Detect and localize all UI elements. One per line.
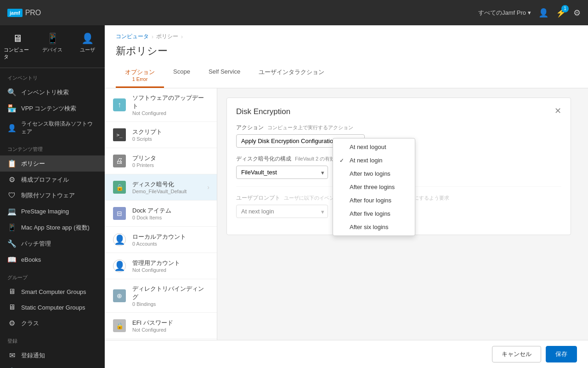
sidebar-item-inventory-search[interactable]: 🔍 インベントリ検索 [0, 84, 105, 100]
sidebar-item-mac-app-store[interactable]: 📱 Mac App Store app (複数) [0, 219, 105, 236]
enrollment-invite-label: 登録通知 [21, 351, 45, 360]
sidebar-item-restricted-software[interactable]: 🛡 制限付ソフトウェア [0, 188, 105, 203]
prompt-dropdown[interactable]: At next logout ✓ At next login After two… [333, 138, 415, 236]
action-label-main: アクション [236, 124, 264, 132]
policy-sidebar-item-software-update[interactable]: ↑ ソフトウェアのアップデート Not Configured [105, 88, 217, 122]
tab-self-service[interactable]: Self Service [199, 63, 249, 88]
user-icon[interactable]: 👤 [538, 8, 548, 18]
scripts-sub: 0 Scripts [132, 136, 209, 142]
chevron-down-icon: ▾ [528, 9, 531, 16]
prompt-option-after-six[interactable]: After six logins [333, 220, 415, 234]
close-panel-button[interactable]: ✕ [551, 104, 564, 117]
sidebar-item-vpp[interactable]: 🏪 VPP コンテンツ検索 [0, 100, 105, 116]
prompt-select[interactable]: At next login [236, 205, 328, 218]
admin-accounts-icon: 👤 [112, 259, 127, 273]
printers-text: プリンタ 0 Printers [132, 154, 209, 168]
dock-title: Dock アイテム [132, 207, 209, 215]
prompt-option-logout-label: At next logout [350, 144, 386, 150]
tab-options[interactable]: オプション 1 Error [116, 63, 164, 88]
admin-accounts-text: 管理用アカウント Not Configured [132, 259, 209, 273]
sidebar: 🖥 コンピュータ 📱 デバイス 👤 ユーザ インベントリ 🔍 インベントリ検索 … [0, 25, 105, 368]
disk-encryption-text: ディスク暗号化 Demo_FileVault_Default [132, 180, 202, 194]
sidebar-item-config-profile[interactable]: ⚙ 構成プロファイル [0, 172, 105, 188]
disk-encryption-title: ディスク暗号化 [132, 180, 202, 189]
scripts-text: スクリプト 0 Scripts [132, 128, 209, 142]
env-selector[interactable]: すべてのJamf Pro ▾ [478, 9, 531, 17]
patch-label: パッチ管理 [21, 240, 51, 248]
policy-sidebar-item-dock[interactable]: ⊟ Dock アイテム 0 Dock Items [105, 201, 217, 227]
sidebar-top-item-device[interactable]: 📱 デバイス [35, 29, 70, 64]
prestage-icon: 💻 [7, 207, 17, 216]
policy-sidebar-item-scripts[interactable]: >_ スクリプト 0 Scripts [105, 122, 217, 148]
sidebar-item-smart-groups[interactable]: 🖥 Smart Computer Groups [0, 284, 105, 299]
policy-sidebar-item-local-accounts[interactable]: 👤 ローカルアカウント 0 Accounts [105, 227, 217, 253]
prompt-option-at-next-logout[interactable]: At next logout [333, 140, 415, 154]
policy-sidebar-item-dir-binding[interactable]: ⊕ ディレクトリバインディング 0 Bindings [105, 279, 217, 313]
sidebar-item-patch[interactable]: 🔧 パッチ管理 [0, 236, 105, 252]
smart-groups-label: Smart Computer Groups [21, 288, 86, 295]
sidebar-item-prestage-enrollments[interactable]: 📋 PreStage Enrollments [0, 363, 105, 368]
prompt-option-after-three[interactable]: After three logins [333, 180, 415, 194]
breadcrumb-computer[interactable]: コンピュータ [116, 33, 149, 40]
tab-user-interaction[interactable]: ユーザインタラクション [249, 63, 334, 88]
policy-main: Disk Encryption ✕ アクション コンピュータ上で実行するアクショ… [217, 88, 588, 340]
restricted-icon: 🛡 [7, 191, 17, 200]
sidebar-top-label-computer: コンピュータ [4, 46, 31, 60]
sidebar-item-ebooks[interactable]: 📖 eBooks [0, 252, 105, 268]
efi-text: EFI パスワード Not Configured [132, 319, 209, 333]
static-groups-icon: 🖥 [7, 303, 17, 311]
top-nav: jamf PRO すべてのJamf Pro ▾ 👤 ⚡ 1 ⚙ [0, 0, 588, 25]
prompt-option-two-label: After two logins [350, 170, 390, 177]
page-header: コンピュータ › ポリシー › 新ポリシー オプション 1 Error Scop… [105, 25, 588, 88]
vpp-icon: 🏪 [7, 104, 17, 113]
prompt-option-four-label: After four logins [350, 197, 391, 204]
software-update-title: ソフトウェアのアップデート [132, 94, 209, 110]
sidebar-item-license[interactable]: 👤 ライセンス取得済みソフトウェア [0, 116, 105, 139]
smart-groups-icon: 🖥 [7, 288, 17, 296]
mac-app-label: Mac App Store app (複数) [21, 224, 90, 232]
notifications-icon[interactable]: ⚡ 1 [556, 8, 566, 18]
top-nav-right: すべてのJamf Pro ▾ 👤 ⚡ 1 ⚙ [478, 8, 581, 18]
sidebar-item-prestage[interactable]: 💻 PreStage Imaging [0, 203, 105, 219]
cancel-button[interactable]: キャンセル [492, 346, 541, 362]
main-layout: 🖥 コンピュータ 📱 デバイス 👤 ユーザ インベントリ 🔍 インベントリ検索 … [0, 25, 588, 368]
sidebar-item-policy[interactable]: 📋 ポリシー [0, 155, 105, 172]
policy-sidebar-item-disk-encryption[interactable]: 🔒 ディスク暗号化 Demo_FileVault_Default › [105, 174, 217, 201]
restricted-label: 制限付ソフトウェア [21, 191, 75, 200]
sidebar-item-enrollment-invite[interactable]: ✉ 登録通知 [0, 347, 105, 363]
policy-sidebar-item-admin-accounts[interactable]: 👤 管理用アカウント Not Configured [105, 253, 217, 279]
save-button[interactable]: 保存 [546, 346, 577, 362]
sidebar-top-item-computer[interactable]: 🖥 コンピュータ [0, 29, 35, 64]
static-groups-label: Static Computer Groups [21, 304, 85, 311]
tab-scope[interactable]: Scope [164, 63, 199, 88]
sidebar-top-label-device: デバイス [42, 46, 62, 53]
sidebar-item-class[interactable]: ⚙ クラス [0, 315, 105, 331]
disk-encryption-icon: 🔒 [112, 180, 127, 195]
config-select[interactable]: FileVault_test [236, 166, 328, 179]
settings-icon[interactable]: ⚙ [573, 8, 581, 18]
vpp-label: VPP コンテンツ検索 [21, 104, 76, 113]
printers-title: プリンタ [132, 154, 209, 162]
prompt-option-after-two[interactable]: After two logins [333, 167, 415, 180]
dock-sub: 0 Dock Items [132, 215, 209, 220]
policy-sidebar-item-printers[interactable]: 🖨 プリンタ 0 Printers [105, 148, 217, 174]
prompt-option-after-five[interactable]: After five logins [333, 207, 415, 220]
policy-sidebar-item-efi[interactable]: 🔒 EFI パスワード Not Configured [105, 313, 217, 339]
prompt-option-at-next-login[interactable]: ✓ At next login [333, 154, 415, 167]
tab-options-label: オプション [125, 69, 155, 75]
config-field-row: ディスク暗号化の構成 FileVault 2 の有効化に使用するディスク暗号化構… [236, 155, 561, 179]
disk-enc-panel: Disk Encryption ✕ アクション コンピュータ上で実行するアクショ… [226, 98, 571, 235]
policy-label: ポリシー [21, 160, 45, 168]
section-content: コンテンツ管理 [0, 139, 105, 155]
action-label-desc: コンピュータ上で実行するアクション [267, 124, 353, 131]
scripts-icon: >_ [112, 127, 127, 142]
section-inventory: インベントリ [0, 68, 105, 84]
jamf-logo[interactable]: jamf PRO [7, 9, 41, 17]
user-nav-icon: 👤 [81, 33, 94, 45]
sidebar-top-item-user[interactable]: 👤 ユーザ [70, 29, 105, 64]
admin-accounts-title: 管理用アカウント [132, 259, 209, 267]
sidebar-item-static-groups[interactable]: 🖥 Static Computer Groups [0, 299, 105, 315]
local-accounts-sub: 0 Accounts [132, 241, 209, 247]
prompt-option-after-four[interactable]: After four logins [333, 194, 415, 207]
action-label: アクション コンピュータ上で実行するアクション [236, 124, 561, 132]
